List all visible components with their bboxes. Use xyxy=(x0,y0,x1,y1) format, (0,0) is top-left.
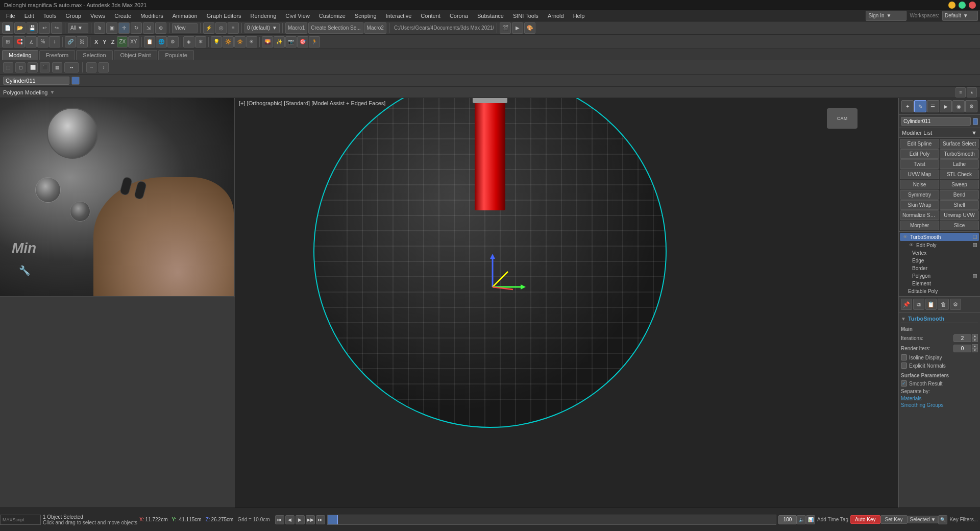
mod-normalize-spline[interactable]: Normalize Spline xyxy=(900,210,939,220)
ts-smooth-result-checkbox[interactable] xyxy=(901,380,907,387)
ts-materials-link[interactable]: Materials xyxy=(901,395,978,402)
select-region-btn[interactable]: ▣ xyxy=(106,22,117,34)
link-btn[interactable]: 🔗 xyxy=(65,36,76,47)
ref-sys-btn[interactable]: ⊕ xyxy=(155,22,166,34)
sound-btn[interactable]: 🔈 xyxy=(797,515,806,524)
mod-tool-config[interactable]: ⚙ xyxy=(950,299,961,310)
mod-surface-select[interactable]: Surface Select xyxy=(940,139,979,149)
go-start-btn[interactable]: ⏮ xyxy=(275,515,284,524)
snap2-btn[interactable]: ◎ xyxy=(215,22,227,34)
auto-key-btn[interactable]: Auto Key xyxy=(850,515,880,524)
create-sel-btn[interactable]: Create Selection Se... xyxy=(308,22,363,34)
angle-snap-btn[interactable]: ∡ xyxy=(26,36,37,47)
ts-render-up[interactable]: ▲ xyxy=(972,344,978,348)
menu-substance[interactable]: Substance xyxy=(473,12,508,20)
menu-animation[interactable]: Animation xyxy=(168,12,202,20)
hierarchy-tab-btn[interactable]: ☰ xyxy=(927,100,939,112)
freeze-btn[interactable]: ❄ xyxy=(195,36,206,47)
tab-object-paint[interactable]: Object Paint xyxy=(114,50,158,60)
light2-btn[interactable]: 🔆 xyxy=(223,36,234,47)
target-btn[interactable]: 🎯 xyxy=(297,36,308,47)
menu-tools[interactable]: Tools xyxy=(39,12,61,20)
zx-btn[interactable]: ZX xyxy=(117,36,128,47)
undo-btn[interactable]: ↩ xyxy=(39,22,50,34)
prev-frame-btn[interactable]: ◀ xyxy=(285,515,295,524)
maximize-button[interactable] xyxy=(959,2,966,9)
select-btn[interactable]: 🖱 xyxy=(94,22,105,34)
modify-tab-btn[interactable]: ✎ xyxy=(914,100,926,112)
stack-element[interactable]: Element xyxy=(900,280,979,287)
go-end-btn[interactable]: ⏭ xyxy=(316,515,325,524)
sub-btn-2[interactable]: ◻ xyxy=(15,62,26,73)
menu-content[interactable]: Content xyxy=(416,12,445,20)
render-btn[interactable]: ▶ xyxy=(512,22,523,34)
utilities-tab-btn[interactable]: ⚙ xyxy=(965,100,977,112)
ts-render-iters-input[interactable] xyxy=(953,345,971,352)
poly-arrow[interactable]: ▼ xyxy=(50,89,55,95)
mod-symmetry[interactable]: Symmetry xyxy=(900,190,939,200)
add-time-tag-btn[interactable]: Add Time Tag xyxy=(817,517,848,522)
isolate-btn[interactable]: ◈ xyxy=(183,36,194,47)
tab-modeling[interactable]: Modeling xyxy=(2,50,38,60)
mod-edit-poly1[interactable]: Edit Poly xyxy=(900,149,939,159)
move-btn[interactable]: ✛ xyxy=(118,22,130,34)
xy-btn[interactable]: XY xyxy=(128,36,139,47)
set-key-btn[interactable]: Set Key xyxy=(880,515,898,524)
mod-slice[interactable]: Slice xyxy=(940,221,979,230)
ts-iter-down[interactable]: ▼ xyxy=(972,338,978,342)
view-dropdown[interactable]: View xyxy=(172,23,198,33)
play-btn[interactable]: ▶ xyxy=(296,515,305,524)
mod-morpher[interactable]: Morpher xyxy=(900,221,939,230)
tab-populate[interactable]: Populate xyxy=(158,50,193,60)
menu-modifiers[interactable]: Modifiers xyxy=(136,12,167,20)
unlink-btn[interactable]: ⛓ xyxy=(77,36,88,47)
scale-btn[interactable]: ⇲ xyxy=(143,22,154,34)
env-btn[interactable]: 🌄 xyxy=(262,36,273,47)
effects-btn[interactable]: ✨ xyxy=(274,36,285,47)
props-btn[interactable]: ⚙ xyxy=(167,36,179,47)
track-view-btn[interactable]: 📊 xyxy=(806,515,815,524)
snap-toggle-btn[interactable]: 🧲 xyxy=(14,36,25,47)
filter-dropdown[interactable]: All ▼ xyxy=(68,23,88,33)
sub-btn-3[interactable]: ⬜ xyxy=(28,62,38,73)
align-btn[interactable]: ≡ xyxy=(228,22,239,34)
menu-create[interactable]: Create xyxy=(110,12,135,20)
snap-btn[interactable]: ⚡ xyxy=(203,22,214,34)
save-btn[interactable]: 💾 xyxy=(27,22,38,34)
menu-group[interactable]: Group xyxy=(61,12,85,20)
timeline-thumb[interactable] xyxy=(328,515,338,524)
tab-selection[interactable]: Selection xyxy=(76,50,112,60)
menu-edit[interactable]: Edit xyxy=(20,12,38,20)
mod-shell[interactable]: Shell xyxy=(940,200,979,210)
sub-btn-7[interactable]: → xyxy=(86,62,96,73)
main-viewport[interactable]: [+] [Orthographic] [Standard] [Model Ass… xyxy=(235,98,898,531)
mod-tool-paste[interactable]: 📋 xyxy=(925,299,937,310)
ts-toggle[interactable]: ▼ xyxy=(901,316,906,322)
open-file-btn[interactable]: 📂 xyxy=(14,22,26,34)
sub-btn-5[interactable]: ▦ xyxy=(52,62,62,73)
frame-number[interactable]: 100 xyxy=(778,515,797,524)
mod-tool-pin[interactable]: 📌 xyxy=(901,299,912,310)
menu-rendering[interactable]: Rendering xyxy=(247,12,281,20)
mod-uvw-map[interactable]: UVW Map xyxy=(900,170,939,179)
poly-sub2[interactable]: ▲ xyxy=(967,87,977,98)
snap3d-btn[interactable]: ⊞ xyxy=(2,36,13,47)
menu-views[interactable]: Views xyxy=(86,12,109,20)
macro1-btn[interactable]: Macro1 xyxy=(285,22,307,34)
tab-freeform[interactable]: Freeform xyxy=(39,50,76,60)
mod-lathe[interactable]: Lathe xyxy=(940,159,979,169)
menu-corona[interactable]: Corona xyxy=(446,12,472,20)
menu-interactive[interactable]: Interactive xyxy=(382,12,416,20)
ts-smoothing-groups-link[interactable]: Smoothing Groups xyxy=(901,402,978,408)
workspace-dropdown[interactable]: Default ▼ xyxy=(942,11,978,21)
minimize-button[interactable] xyxy=(948,2,955,9)
mod-noise[interactable]: Noise xyxy=(900,180,939,189)
create-tab-btn[interactable]: ✦ xyxy=(901,100,914,112)
render-setup-btn[interactable]: 🎬 xyxy=(500,22,511,34)
ts-iter-up[interactable]: ▲ xyxy=(972,334,978,338)
viewport-container[interactable]: Min 🔧 [+] [Orthographic] [Standard] [Mod… xyxy=(0,98,898,531)
stack-editable-poly[interactable]: Editable Poly xyxy=(900,287,979,295)
menu-file[interactable]: File xyxy=(2,12,19,20)
mod-tool-delete[interactable]: 🗑 xyxy=(938,299,949,310)
close-button[interactable] xyxy=(969,2,976,9)
